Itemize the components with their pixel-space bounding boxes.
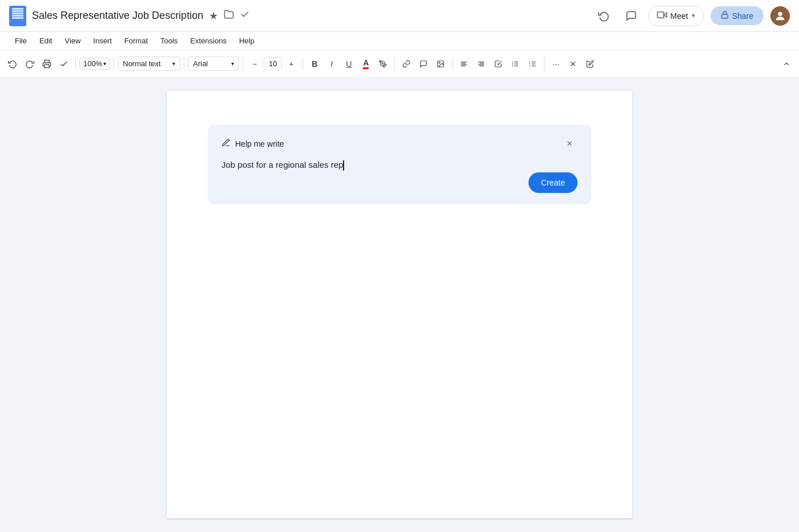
svg-point-3 [778, 11, 782, 15]
doc-area: Help me write × Job post for a regional … [0, 78, 799, 532]
separator-2 [114, 57, 114, 71]
menu-file[interactable]: File [9, 34, 33, 47]
svg-point-5 [382, 63, 384, 64]
text-cursor [343, 160, 344, 171]
bullet-list-button[interactable] [507, 56, 523, 72]
line-spacing-button[interactable] [473, 56, 489, 72]
more-options-button[interactable]: ··· [548, 56, 564, 72]
history-button[interactable] [594, 6, 614, 26]
help-write-input-area: Job post for a regional sales rep Create [221, 159, 578, 193]
help-me-write-panel: Help me write × Job post for a regional … [208, 124, 591, 204]
menu-format[interactable]: Format [119, 34, 154, 47]
folder-icon[interactable] [224, 9, 234, 22]
clear-formatting-button[interactable] [565, 56, 581, 72]
menu-help[interactable]: Help [233, 34, 260, 47]
svg-point-19 [513, 61, 514, 62]
pen-button[interactable] [582, 56, 598, 72]
separator-6 [394, 57, 395, 71]
print-button[interactable] [39, 55, 55, 73]
image-button[interactable] [433, 56, 449, 72]
close-panel-icon: × [567, 139, 572, 149]
page: Help me write × Job post for a regional … [167, 91, 632, 518]
font-chevron-icon: ▾ [231, 61, 234, 67]
separator-3 [184, 57, 184, 71]
bold-button[interactable]: B [306, 56, 322, 72]
numbered-list-button[interactable]: 123 [524, 56, 540, 72]
cloud-icon[interactable] [240, 9, 250, 22]
toolbar: 100% ▾ Normal text ▾ Arial ▾ − + B I U A [0, 50, 799, 78]
font-label: Arial [193, 59, 208, 68]
help-write-title: Help me write [221, 138, 284, 150]
underline-button[interactable]: U [341, 56, 357, 72]
star-icon[interactable]: ★ [209, 10, 218, 22]
separator-7 [452, 57, 453, 71]
menu-insert[interactable]: Insert [87, 34, 118, 47]
svg-marker-0 [664, 13, 667, 17]
create-label: Create [541, 178, 565, 187]
help-write-label: Help me write [235, 139, 284, 148]
camera-icon [657, 10, 667, 22]
title-bar: Sales Representative Job Description ★ M… [0, 0, 799, 32]
lock-icon [721, 11, 729, 21]
svg-point-21 [513, 65, 514, 66]
meet-chevron-icon: ▾ [692, 12, 695, 19]
zoom-chevron-icon: ▾ [103, 61, 106, 67]
avatar[interactable] [770, 6, 790, 26]
svg-rect-2 [721, 14, 728, 18]
separator-4 [243, 57, 243, 71]
font-size-control: − + [247, 56, 299, 72]
zoom-label: 100% [83, 59, 102, 68]
highlight-button[interactable] [375, 56, 391, 72]
svg-rect-1 [657, 11, 663, 18]
collapse-toolbar-button[interactable] [778, 56, 794, 72]
menu-tools[interactable]: Tools [155, 34, 183, 47]
svg-point-7 [439, 62, 440, 63]
svg-rect-4 [45, 65, 49, 67]
text-color-button[interactable]: A [358, 56, 374, 72]
zoom-control[interactable]: 100% ▾ [79, 58, 110, 70]
align-button[interactable] [456, 56, 472, 72]
meet-button[interactable]: Meet ▾ [648, 6, 704, 26]
italic-button[interactable]: I [324, 56, 340, 72]
font-size-plus-button[interactable]: + [283, 56, 299, 72]
share-label: Share [732, 11, 753, 21]
title-right: Meet ▾ Share [594, 6, 790, 26]
redo-button[interactable] [22, 55, 38, 73]
menu-extensions[interactable]: Extensions [184, 34, 232, 47]
comment-icon-btn[interactable] [621, 6, 641, 26]
font-size-input[interactable] [264, 57, 282, 70]
create-button[interactable]: Create [528, 172, 578, 193]
svg-text:3: 3 [529, 64, 531, 67]
meet-label: Meet [671, 11, 688, 21]
font-size-minus-button[interactable]: − [247, 56, 263, 72]
title-left: Sales Representative Job Description ★ [9, 6, 250, 26]
menu-bar: File Edit View Insert Format Tools Exten… [0, 32, 799, 50]
svg-point-20 [513, 63, 514, 65]
input-text: Job post for a regional sales rep [221, 160, 343, 170]
link-button[interactable] [398, 56, 414, 72]
text-color-icon: A [363, 58, 369, 69]
doc-title: Sales Representative Job Description [32, 10, 203, 22]
font-dropdown[interactable]: Arial ▾ [188, 57, 239, 71]
share-button[interactable]: Share [711, 6, 764, 25]
text-style-dropdown[interactable]: Normal text ▾ [118, 57, 180, 71]
pencil-icon [221, 138, 231, 150]
separator-8 [544, 57, 544, 71]
spell-check-button[interactable] [56, 55, 72, 73]
help-write-header: Help me write × [221, 136, 578, 152]
comment-button[interactable] [415, 56, 431, 72]
doc-icon [9, 6, 26, 26]
help-write-text[interactable]: Job post for a regional sales rep [221, 159, 528, 172]
separator-1 [75, 57, 76, 71]
title-icons: ★ [209, 9, 250, 22]
more-icon: ··· [552, 59, 559, 68]
menu-view[interactable]: View [59, 34, 86, 47]
undo-button[interactable] [5, 55, 21, 73]
separator-5 [302, 57, 303, 71]
close-panel-button[interactable]: × [562, 136, 578, 152]
style-chevron-icon: ▾ [172, 61, 175, 67]
menu-edit[interactable]: Edit [34, 34, 58, 47]
checklist-button[interactable] [490, 56, 506, 72]
style-label: Normal text [123, 59, 160, 68]
